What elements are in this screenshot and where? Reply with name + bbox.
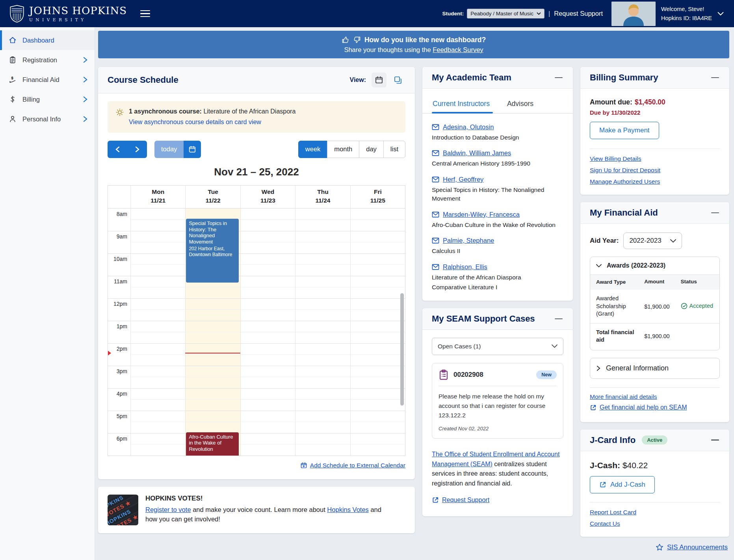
aid-year-select[interactable]: 2022-2023 bbox=[623, 233, 682, 249]
chevron-down-icon bbox=[670, 239, 676, 243]
calendar-body: 8am9am10am11am12pm1pm2pm3pm4pm5pm6pmSpec… bbox=[108, 208, 405, 456]
calendar-scrollbar[interactable] bbox=[400, 293, 404, 406]
instructor-link[interactable]: Baldwin, William James bbox=[443, 149, 511, 157]
register-to-vote-link[interactable]: Register to vote bbox=[145, 506, 191, 513]
envelope-icon bbox=[432, 177, 439, 182]
sis-announcements-link[interactable]: SIS Announcements bbox=[656, 543, 728, 551]
view-mode-week-button[interactable]: week bbox=[298, 141, 328, 158]
due-date: Due by 11/30/2022 bbox=[590, 109, 720, 116]
sidebar-item-personal-info[interactable]: Personal Info bbox=[0, 109, 95, 129]
feedback-banner: How do you like the new dashboard? Share… bbox=[98, 31, 729, 58]
calendar-gridline bbox=[130, 287, 405, 287]
request-support-seam-link[interactable]: Request Support bbox=[432, 497, 489, 504]
collapse-icon[interactable] bbox=[554, 75, 563, 80]
hopkins-votes-link[interactable]: Hopkins Votes bbox=[327, 506, 368, 513]
sidebar-item-billing[interactable]: Billing bbox=[0, 89, 95, 109]
financial-aid-seam-help-link[interactable]: Get financial aid help on SEAM bbox=[590, 404, 687, 411]
tab-advisors[interactable]: Advisors bbox=[506, 96, 534, 113]
instructor-link[interactable]: Herf, Geoffrey bbox=[443, 176, 483, 183]
today-calendar-icon[interactable] bbox=[184, 141, 201, 158]
add-jcash-label: Add J-Cash bbox=[610, 481, 645, 489]
external-link-icon bbox=[590, 404, 596, 411]
feedback-survey-link[interactable]: Feedback Survey bbox=[433, 46, 483, 53]
sis-announcements-label: SIS Announcements bbox=[667, 543, 728, 551]
instructor-course: Central American History 1895-1990 bbox=[432, 159, 563, 168]
request-support-seam-label: Request Support bbox=[442, 497, 489, 504]
view-billing-details-link[interactable]: View Billing Details bbox=[590, 155, 720, 162]
calendar-gridline bbox=[108, 231, 405, 231]
instructor-link[interactable]: Marsden-Wiley, Francesca bbox=[443, 211, 520, 218]
open-cases-select[interactable]: Open Cases (1) bbox=[432, 338, 563, 355]
instructor-course: Calculus II bbox=[432, 247, 563, 255]
awards-accordion-header[interactable]: Awards (2022-2023) bbox=[590, 257, 719, 275]
instructor-link[interactable]: Palmie, Stephane bbox=[443, 237, 494, 244]
request-support-link[interactable]: Request Support bbox=[554, 10, 603, 17]
contact-us-link[interactable]: Contact Us bbox=[590, 520, 720, 527]
calendar-event[interactable]: Afro-Cuban Culture in the Wake of Revolu… bbox=[186, 432, 238, 456]
student-program-select[interactable]: Peabody / Master of Music bbox=[467, 9, 544, 19]
add-jcash-button[interactable]: Add J-Cash bbox=[590, 476, 655, 493]
course-schedule-title: Course Schedule bbox=[108, 75, 178, 85]
view-mode-list-button[interactable]: list bbox=[383, 141, 405, 158]
card-view-button[interactable] bbox=[390, 73, 405, 87]
status-badge: Accepted bbox=[681, 303, 713, 309]
user-avatar[interactable] bbox=[611, 2, 656, 26]
collapse-icon[interactable] bbox=[554, 316, 563, 322]
sidebar-item-registration[interactable]: Registration bbox=[0, 50, 95, 70]
calendar-prev-next-buttons[interactable] bbox=[108, 141, 147, 158]
calendar-day-header: Mon11/21 bbox=[130, 186, 185, 208]
financial-aid-card: My Financial Aid Aid Year: 2022-2023 bbox=[580, 202, 729, 422]
collapse-icon[interactable] bbox=[710, 210, 720, 216]
calendar-grid: Mon11/21Tue11/22Wed11/23Thu11/24Fri11/25… bbox=[108, 185, 405, 456]
calendar-day-header: Wed11/23 bbox=[240, 186, 295, 208]
seam-title: My SEAM Support Cases bbox=[432, 314, 535, 324]
add-schedule-external-link[interactable]: Add Schedule to External Calendar bbox=[300, 462, 405, 469]
user-menu-chevron-icon[interactable] bbox=[717, 12, 724, 16]
sidebar-item-label: Personal Info bbox=[22, 115, 61, 123]
hopkins-votes-title: HOPKINS VOTES! bbox=[145, 495, 390, 502]
calendar-gridline bbox=[130, 332, 405, 332]
view-mode-day-button[interactable]: day bbox=[359, 141, 384, 158]
calendar-gridline bbox=[130, 399, 405, 400]
collapse-icon[interactable] bbox=[710, 75, 720, 80]
menu-hamburger-button[interactable] bbox=[139, 9, 152, 19]
list-item: Adesina, Olutosin Introduction to Databa… bbox=[432, 123, 563, 142]
calendar-event[interactable]: Special Topics in History: The Nonaligne… bbox=[186, 219, 238, 282]
general-information-accordion[interactable]: General Information bbox=[590, 358, 720, 379]
seam-support-cases-card: My SEAM Support Cases Open Cases (1) 002… bbox=[422, 308, 573, 516]
view-mode-month-button[interactable]: month bbox=[327, 141, 359, 158]
student-program-value: Peabody / Master of Music bbox=[470, 11, 533, 17]
calendar-view-button[interactable] bbox=[372, 73, 387, 87]
envelope-icon bbox=[432, 238, 439, 244]
check-circle-icon bbox=[681, 303, 688, 309]
calendar-gridline bbox=[130, 309, 405, 310]
today-button[interactable]: today bbox=[154, 141, 201, 158]
direct-deposit-link[interactable]: Sign Up for Direct Deposit bbox=[590, 167, 720, 174]
instructor-link[interactable]: Adesina, Olutosin bbox=[443, 123, 494, 131]
make-payment-button[interactable]: Make a Payment bbox=[590, 122, 659, 139]
tab-current-instructors[interactable]: Current Instructors bbox=[432, 96, 491, 113]
collapse-icon[interactable] bbox=[710, 437, 720, 443]
award-type-value: Awarded Scholarship (Grant) bbox=[596, 295, 644, 318]
calendar-time-label: 1pm bbox=[108, 323, 127, 329]
async-course-details-link[interactable]: View asynchronous course details on card… bbox=[129, 118, 261, 127]
thumbs-down-icon[interactable] bbox=[353, 36, 361, 44]
list-item: Palmie, Stephane Calculus II bbox=[432, 237, 563, 255]
sidebar-item-financial-aid[interactable]: $ Financial Aid bbox=[0, 70, 95, 89]
instructor-link[interactable]: Ralphison, Ellis bbox=[443, 263, 487, 271]
instructor-course: Introduction to Database Design bbox=[432, 133, 563, 142]
report-lost-card-link[interactable]: Report Lost Card bbox=[590, 509, 720, 516]
home-icon bbox=[9, 36, 17, 44]
sidebar-item-dashboard[interactable]: Dashboard bbox=[0, 30, 95, 50]
calendar-gridline bbox=[108, 411, 405, 411]
support-case-card[interactable]: 00202908 New Please help me release the … bbox=[432, 363, 563, 439]
more-financial-aid-link[interactable]: More financial aid details bbox=[590, 393, 720, 400]
hopkins-id-text: Hopkins ID: I8A4RE bbox=[661, 14, 712, 22]
instructor-course: Comparative Literature I bbox=[432, 283, 563, 292]
calendar-gridline bbox=[130, 264, 405, 265]
jhu-logo[interactable]: Johns Hopkins University bbox=[9, 5, 127, 23]
thumbs-up-icon[interactable] bbox=[342, 36, 349, 44]
manage-authorized-users-link[interactable]: Manage Authorized Users bbox=[590, 178, 720, 185]
calendar-gridline bbox=[108, 321, 405, 321]
calendar-column-separator bbox=[240, 208, 241, 456]
